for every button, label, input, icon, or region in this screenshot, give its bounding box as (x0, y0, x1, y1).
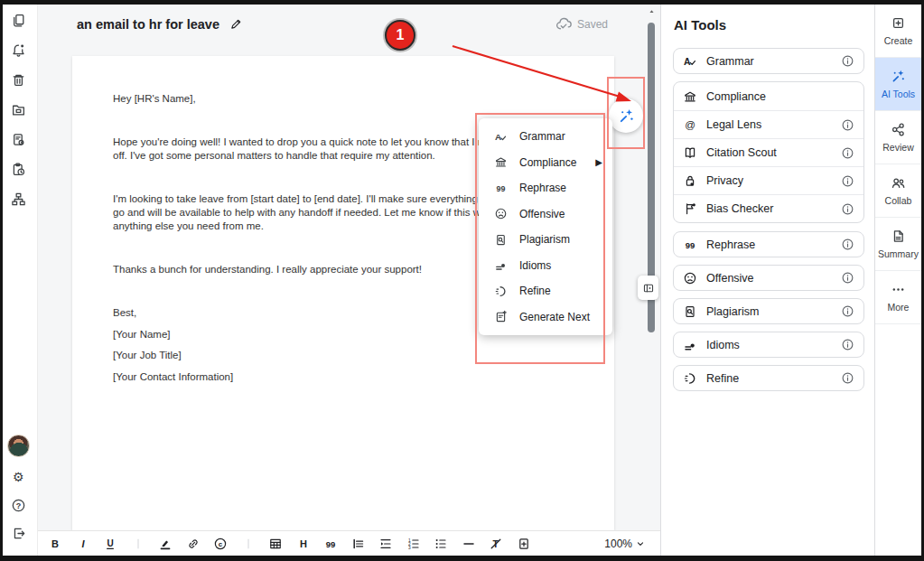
link-button[interactable] (183, 534, 203, 554)
bullet-list-button[interactable] (431, 534, 451, 554)
logout-icon[interactable] (9, 526, 29, 541)
scroll-up-icon[interactable] (647, 7, 657, 17)
history-icon[interactable] (9, 162, 29, 177)
documents-icon[interactable] (9, 13, 29, 28)
zoom-control[interactable]: 100% (604, 538, 646, 550)
toolbar-divider[interactable] (128, 534, 148, 554)
menu-item-offensive[interactable]: Offensive ▶ (479, 201, 612, 228)
align-left-button[interactable] (349, 534, 369, 554)
rephrase-card[interactable]: Rephrase (673, 231, 864, 257)
info-icon[interactable] (841, 304, 854, 318)
copyright-button[interactable] (210, 534, 230, 554)
save-status-label: Saved (577, 18, 608, 31)
trash-icon[interactable] (9, 72, 29, 88)
refine-card[interactable]: Refine (673, 365, 864, 391)
menu-item-grammar[interactable]: Grammar ▶ (479, 124, 612, 150)
rail-item-ai-tools[interactable]: AI Tools (875, 58, 921, 111)
save-status: Saved (555, 16, 608, 33)
editor-area: an email to hr for leave Saved Hey [HR's… (38, 5, 660, 556)
bias-checker-row[interactable]: Bias Checker (674, 194, 863, 222)
doc-paragraph: Hey [HR's Name], (113, 92, 578, 106)
open-panel-button[interactable] (638, 276, 658, 300)
menu-item-generate-next[interactable]: Generate Next ▶ (479, 304, 612, 331)
menu-item-plagiarism[interactable]: Plagiarism ▶ (479, 227, 612, 253)
ai-cards-top: Grammar (673, 48, 864, 74)
new-page-button[interactable] (514, 534, 534, 554)
doc-line: [Your Job Title] (113, 349, 578, 362)
doc-edit-icon[interactable] (9, 132, 29, 147)
ai-wand-button[interactable] (609, 98, 643, 133)
magic-wand-icon (618, 108, 635, 125)
rail-item-summary[interactable]: Summary (875, 218, 921, 271)
left-sidebar-bottom (0, 435, 37, 541)
doc-line: Hey [HR's Name], (113, 92, 578, 106)
compliance-row[interactable]: Compliance (674, 82, 863, 110)
info-icon[interactable] (841, 371, 854, 385)
ai-tools-title: AI Tools (674, 17, 864, 33)
format-toolbar: 100% (38, 530, 660, 556)
doc-paragraph: [Your Contact Information] (113, 370, 578, 384)
menu-item-rephrase[interactable]: Rephrase ▶ (479, 175, 612, 201)
blockquote-button[interactable] (321, 534, 341, 554)
cloud-saved-icon (555, 16, 572, 33)
menu-item-refine[interactable]: Refine ▶ (479, 278, 612, 304)
italic-button[interactable] (73, 534, 93, 554)
rail-item-create[interactable]: Create (875, 5, 921, 58)
menu-item-compliance[interactable]: Compliance ▶ (479, 150, 612, 176)
settings-icon[interactable] (9, 470, 29, 485)
info-icon[interactable] (841, 54, 854, 68)
rail-item-collab[interactable]: Collab (875, 164, 921, 218)
compliance-group: Compliance Legal Lens Citation Scout (673, 81, 864, 223)
app-window: an email to hr for leave Saved Hey [HR's… (0, 0, 924, 561)
menu-item-idioms[interactable]: Idioms ▶ (479, 253, 612, 279)
grammar-card[interactable]: Grammar (673, 48, 864, 74)
document-titlebar: an email to hr for leave Saved (38, 5, 660, 43)
frame-top (0, 0, 924, 5)
offensive-card[interactable]: Offensive (673, 265, 864, 291)
info-icon[interactable] (841, 118, 854, 132)
info-icon[interactable] (841, 146, 854, 160)
ai-tools-panel: AI Tools Grammar Compliance (660, 5, 874, 556)
sitemap-icon[interactable] (9, 192, 29, 207)
indent-button[interactable] (376, 534, 396, 554)
privacy-row[interactable]: Privacy (674, 166, 863, 194)
table-button[interactable] (266, 534, 285, 554)
toolbar-divider[interactable] (238, 534, 258, 554)
frame-bottom (0, 556, 924, 561)
frame-left (0, 0, 3, 561)
folder-icon[interactable] (9, 102, 29, 117)
info-icon[interactable] (841, 338, 854, 351)
user-avatar[interactable] (7, 435, 30, 457)
heading-button[interactable] (294, 534, 313, 554)
zoom-level: 100% (604, 538, 632, 550)
chevron-down-icon (635, 538, 646, 549)
ordered-list-button[interactable] (404, 534, 424, 554)
citation-scout-row[interactable]: Citation Scout (674, 138, 863, 166)
ai-cards-bottom: Rephrase Offensive Plagiarism (673, 231, 864, 391)
editor-scrollbar[interactable] (647, 7, 657, 530)
idioms-card[interactable]: Idioms (673, 332, 864, 358)
info-icon[interactable] (841, 174, 854, 188)
horizontal-rule-button[interactable] (459, 534, 479, 554)
underline-button[interactable] (100, 534, 120, 554)
submenu-arrow-icon: ▶ (595, 157, 602, 167)
info-icon[interactable] (841, 271, 854, 285)
panel-open-icon (642, 282, 655, 295)
info-icon[interactable] (841, 202, 854, 216)
rail-item-review[interactable]: Review (875, 111, 921, 164)
bold-button[interactable] (45, 534, 65, 554)
notifications-icon[interactable] (9, 42, 29, 58)
legal-lens-row[interactable]: Legal Lens (674, 110, 863, 138)
edit-title-icon[interactable] (229, 17, 243, 31)
left-sidebar (0, 5, 38, 556)
info-icon[interactable] (841, 238, 854, 251)
rail-item-more[interactable]: More (875, 271, 921, 324)
clear-format-button[interactable] (486, 534, 506, 554)
plagiarism-card[interactable]: Plagiarism (673, 298, 864, 324)
document-title: an email to hr for leave (77, 17, 219, 32)
right-toolbar: Create AI Tools Review Collab Summary (874, 5, 921, 556)
help-icon[interactable] (9, 498, 29, 513)
left-sidebar-top (0, 13, 37, 207)
highlight-button[interactable] (155, 534, 175, 554)
doc-line: [Your Contact Information] (113, 370, 578, 384)
